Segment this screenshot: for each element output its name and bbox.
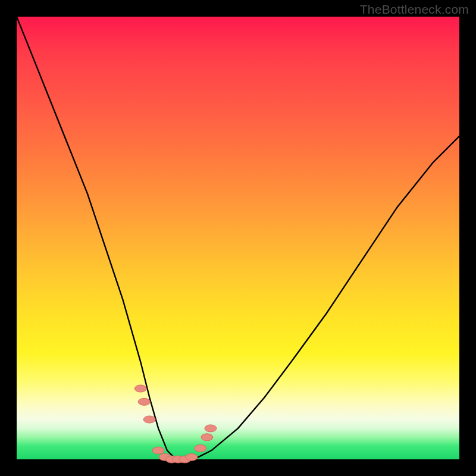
curve-marker: [152, 447, 164, 454]
curve-marker: [134, 385, 146, 392]
curve-marker: [195, 444, 206, 452]
curve-layer: [17, 17, 459, 459]
curve-marker: [201, 434, 213, 441]
curve-marker: [186, 453, 198, 461]
curve-marker: [143, 416, 155, 423]
curve-marker: [205, 425, 217, 432]
bottleneck-curve: [17, 17, 459, 459]
curve-marker: [138, 398, 150, 405]
chart-frame: TheBottleneck.com: [0, 0, 476, 476]
curve-markers: [134, 385, 217, 463]
watermark-text: TheBottleneck.com: [360, 2, 469, 17]
